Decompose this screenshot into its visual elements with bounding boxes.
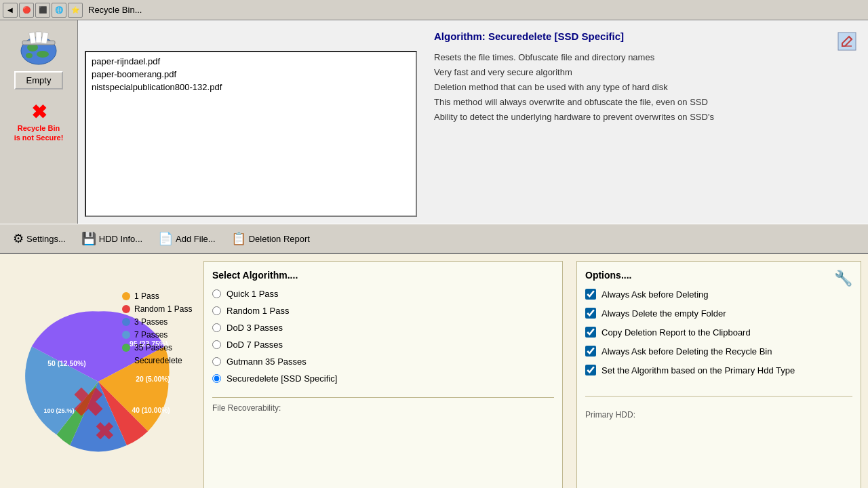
algorithm-description: Resets the file times. Obfuscate file an… (434, 50, 858, 125)
file-item[interactable]: paper-boomerang.pdf (89, 68, 413, 81)
algo-line-3: Deletion method that can be used with an… (434, 80, 858, 95)
checkbox-always-ask-label: Always Ask before Deleting (601, 289, 709, 300)
file-item[interactable]: paper-rijndael.pdf (89, 55, 413, 68)
svg-rect-8 (36, 32, 41, 43)
svg-text:50 (12.50%): 50 (12.50%) (47, 360, 85, 367)
file-recoverability-label: File Recoverability: (212, 403, 281, 413)
options-panel: Options.... 🔧 Always Ask before Deleting… (576, 261, 861, 488)
svg-text:40 (10.00%): 40 (10.00%) (132, 407, 170, 414)
legend-color-random (122, 305, 130, 313)
settings-button[interactable]: ⚙ Settings... (7, 228, 72, 249)
radio-random1pass[interactable]: Random 1 Pass (212, 306, 554, 316)
radio-random1pass-label: Random 1 Pass (226, 306, 290, 316)
hdd-info-label: HDD Info... (99, 234, 142, 244)
settings-icon: ⚙ (13, 231, 24, 246)
star-btn[interactable]: ⭐ (68, 3, 83, 18)
legend-label-7pass: 7 Passes (134, 330, 167, 340)
algo-line-1: Resets the file times. Obfuscate file an… (434, 50, 858, 65)
checkbox-copy-report[interactable]: Copy Deletion Report to the Clipboard (585, 327, 852, 338)
empty-button[interactable]: Empty (14, 71, 64, 89)
legend-label-1pass: 1 Pass (134, 291, 159, 301)
add-file-button[interactable]: 📄 Add File... (152, 228, 222, 249)
not-secure-area: ✖ Recycle Binis not Secure! (14, 101, 64, 143)
breadcrumb: Recycle Bin... (88, 5, 142, 15)
forward-btn[interactable]: 🔴 (19, 3, 34, 18)
checkbox-ask-recycle-input[interactable] (585, 346, 596, 357)
legend-item-1pass: 1 Pass (122, 291, 192, 301)
svg-text:✖: ✖ (94, 419, 114, 445)
hdd-info-button[interactable]: 💾 HDD Info... (75, 228, 149, 249)
legend-label-random: Random 1 Pass (134, 304, 192, 314)
stop-btn[interactable]: ⬛ (35, 3, 50, 18)
algo-line-2: Very fast and very secure algorithm (434, 65, 858, 80)
checkbox-set-algo-input[interactable] (585, 365, 596, 375)
checkbox-always-ask[interactable]: Always Ask before Deleting (585, 289, 852, 300)
edit-icon[interactable] (836, 30, 858, 52)
legend-color-1pass (122, 292, 130, 300)
globe-btn[interactable]: 🌐 (52, 3, 66, 18)
wrench-icon[interactable]: 🔧 (834, 270, 852, 287)
svg-rect-10 (838, 33, 856, 50)
checkbox-delete-empty[interactable]: Always Delete the empty Folder (585, 308, 852, 319)
radio-dod7-input[interactable] (212, 340, 221, 349)
deletion-report-button[interactable]: 📋 Deletion Report (225, 228, 316, 249)
bottom-area: ✖ ✖ 95 (23.75%) 20 (5.00%) 40 (10.00%) 1… (0, 254, 868, 488)
checkbox-delete-empty-input[interactable] (585, 308, 596, 319)
algorithm-title: Algorithm: Securedelete [SSD Specific] (434, 30, 858, 42)
checkbox-ask-recycle[interactable]: Always Ask before Deleting the Recycle B… (585, 346, 852, 357)
radio-dod3[interactable]: DoD 3 Passes (212, 323, 554, 333)
algorithm-panel-title: Select Algorithm.... (212, 270, 554, 281)
add-file-label: Add File... (176, 234, 216, 244)
top-bar: ◀ 🔴 ⬛ 🌐 ⭐ Recycle Bin... (0, 0, 868, 20)
radio-gutmann35-input[interactable] (212, 357, 221, 366)
radio-quick1pass-input[interactable] (212, 289, 221, 298)
checkbox-delete-empty-label: Always Delete the empty Folder (601, 308, 726, 319)
options-checkbox-group: Always Ask before Deleting Always Delete… (585, 289, 852, 375)
legend-label-35pass: 35 Passes (134, 343, 172, 352)
legend-color-3pass (122, 318, 130, 326)
legend-item-random: Random 1 Pass (122, 304, 192, 314)
checkbox-set-algo[interactable]: Set the Algorithm based on the Primary H… (585, 365, 852, 375)
radio-dod7[interactable]: DoD 7 Passes (212, 340, 554, 350)
radio-dod3-label: DoD 3 Passes (226, 323, 283, 333)
checkbox-copy-report-label: Copy Deletion Report to the Clipboard (601, 327, 751, 338)
pie-chart-area: ✖ ✖ 95 (23.75%) 20 (5.00%) 40 (10.00%) 1… (0, 254, 197, 488)
legend-color-secure (122, 357, 130, 365)
svg-text:✖: ✖ (71, 381, 104, 424)
radio-securedelete-input[interactable] (212, 374, 221, 383)
checkbox-copy-report-input[interactable] (585, 327, 596, 338)
file-item[interactable]: nistspecialpublication800-132.pdf (89, 81, 413, 94)
radio-dod7-label: DoD 7 Passes (226, 340, 283, 350)
legend-color-7pass (122, 331, 130, 339)
file-list-panel[interactable]: paper-rijndael.pdf paper-boomerang.pdf n… (85, 51, 417, 217)
svg-text:20 (5.00%): 20 (5.00%) (136, 375, 170, 383)
pie-legend: 1 Pass Random 1 Pass 3 Passes 7 Passes 3… (122, 291, 192, 369)
radio-gutmann35[interactable]: Gutmann 35 Passes (212, 357, 554, 367)
toolbar: ⚙ Settings... 💾 HDD Info... 📄 Add File..… (0, 224, 868, 254)
radio-securedelete-label: Securedelete [SSD Specific] (226, 373, 337, 384)
svg-text:100 (25.%): 100 (25.%) (44, 407, 75, 414)
radio-dod3-input[interactable] (212, 323, 221, 332)
radio-quick1pass[interactable]: Quick 1 Pass (212, 289, 554, 299)
x-icon: ✖ (31, 101, 47, 123)
algorithm-radio-group: Quick 1 Pass Random 1 Pass DoD 3 Passes … (212, 289, 554, 384)
add-file-icon: 📄 (158, 231, 173, 246)
hdd-icon: 💾 (81, 231, 96, 246)
legend-item-3pass: 3 Passes (122, 317, 192, 327)
checkbox-always-ask-input[interactable] (585, 289, 596, 300)
radio-securedelete[interactable]: Securedelete [SSD Specific] (212, 373, 554, 384)
radio-random1pass-input[interactable] (212, 306, 221, 315)
back-btn[interactable]: ◀ (3, 3, 18, 18)
right-info-panel: Algorithm: Securedelete [SSD Specific] R… (424, 20, 868, 224)
deletion-report-label: Deletion Report (249, 234, 310, 244)
radio-quick1pass-label: Quick 1 Pass (226, 289, 279, 299)
checkbox-ask-recycle-label: Always Ask before Deleting the Recycle B… (601, 346, 772, 357)
recycle-bin-icon (19, 27, 58, 71)
options-panel-title: Options.... (585, 270, 852, 281)
main-top-area: Empty ✖ Recycle Binis not Secure! paper-… (0, 20, 868, 224)
not-secure-text: Recycle Binis not Secure! (14, 123, 64, 143)
checkbox-set-algo-label: Set the Algorithm based on the Primary H… (601, 365, 795, 375)
report-icon: 📋 (231, 231, 246, 246)
legend-color-35pass (122, 344, 130, 352)
algo-line-5: Ability to detect the underlying hardwar… (434, 110, 858, 125)
